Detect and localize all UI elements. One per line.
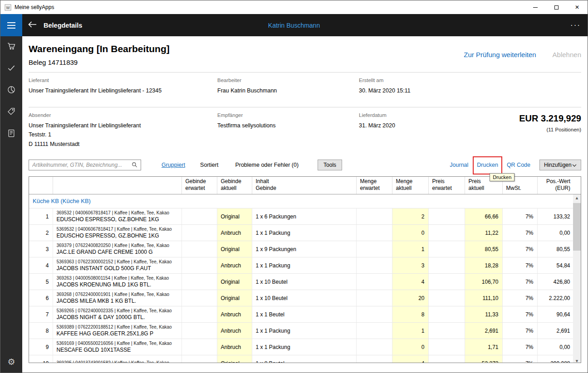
sidebar-item-pricing[interactable] (0, 102, 22, 123)
column-header-nr[interactable] (29, 177, 53, 194)
search-box (29, 160, 141, 170)
minimize-button[interactable] (525, 0, 546, 14)
cell-gebinde_aktuell[interactable]: Original (217, 355, 252, 363)
cell-gebinde_aktuell[interactable]: Anbruch (217, 339, 252, 355)
cell-preis_aktuell[interactable]: 111,10 (465, 290, 502, 306)
table-row[interactable]: 6369268 | 07622400001901 | Kaffee | Kaff… (29, 290, 574, 306)
probleme-filter[interactable]: Probleme oder Fehler (0) (235, 162, 299, 168)
sidebar-item-catalog[interactable] (0, 123, 22, 145)
back-button[interactable] (28, 21, 37, 29)
cell-menge_aktuell[interactable]: 4 (392, 274, 428, 290)
cell-gebinde_aktuell[interactable]: Original (217, 208, 252, 225)
cell-preis_aktuell[interactable]: 66,66 (465, 208, 502, 225)
cell-menge_erwartet (356, 290, 392, 306)
column-header-menge_erwartet[interactable]: Mengeerwartet (356, 177, 392, 194)
cell-gebinde_aktuell[interactable]: Anbruch (217, 323, 252, 339)
column-header-desc[interactable] (53, 177, 181, 194)
table-row[interactable]: 85369389 | 07622200188512 | Kaffee | Kaf… (29, 323, 574, 339)
cell-gebinde_aktuell[interactable]: Original (217, 241, 252, 257)
nav-menu-button[interactable] (0, 14, 22, 36)
cell-menge_aktuell[interactable]: 20 (392, 290, 428, 306)
table-row[interactable]: 10369295 | 04013743001582 | Kaffee | Kaf… (29, 355, 574, 363)
cell-gebinde_aktuell[interactable]: Original (217, 290, 252, 306)
cell-nr: 6 (29, 290, 53, 306)
table-row[interactable]: 95369169 | 04005500216056 | Kaffee | Kaf… (29, 339, 574, 355)
cell-menge_aktuell[interactable]: 1 (392, 323, 428, 339)
cell-wert: 426,80 (537, 274, 574, 290)
cell-menge_aktuell[interactable]: 2 (392, 208, 428, 225)
cell-menge_aktuell[interactable]: 4 (392, 355, 428, 363)
cell-menge_aktuell[interactable]: 0 (392, 339, 428, 355)
cell-mwst: 7% (502, 257, 537, 274)
absender-label: Absender (29, 112, 217, 118)
sortiert-toggle[interactable]: Sortiert (200, 162, 218, 168)
column-header-wert[interactable]: Pos.-Wert(EUR) (537, 177, 574, 194)
empfaenger-value: Testfirma sellysolutions (217, 121, 359, 131)
close-button[interactable]: ✕ (567, 0, 588, 14)
qr-code-link[interactable]: QR Code (507, 162, 530, 168)
cell-preis_aktuell[interactable]: 1,71 (465, 339, 502, 355)
column-header-gebinde_aktuell[interactable]: Gebindeaktuell (217, 177, 252, 194)
scroll-thumb[interactable] (573, 203, 581, 251)
search-icon[interactable] (132, 162, 137, 168)
cell-gebinde_aktuell[interactable]: Anbruch (217, 257, 252, 274)
cell-desc: 369268 | 07622400001901 | Kaffee | Kaffe… (53, 290, 181, 306)
maximize-button[interactable] (546, 0, 567, 14)
table-row[interactable]: 75369265 | 07622400002335 | Kaffee | Kaf… (29, 306, 574, 323)
gruppiert-toggle[interactable]: Gruppiert (162, 162, 185, 168)
forward-review-link[interactable]: Zur Prüfung weiterleiten (464, 51, 536, 58)
search-input[interactable] (32, 162, 130, 168)
cell-preis_aktuell[interactable]: 2,691 (465, 323, 502, 339)
tools-button[interactable]: Tools (318, 160, 342, 170)
vertical-scrollbar[interactable]: ▲ ▼ (573, 194, 581, 363)
catalog-icon (7, 129, 16, 140)
group-header[interactable]: Küche KB (Küche KB) (29, 194, 574, 208)
cell-desc: 369532 | 04006067818417 | Kaffee | Kaffe… (53, 208, 181, 225)
user-name[interactable]: Katrin Buschmann (268, 22, 320, 29)
drucken-tooltip: Drucken (490, 173, 514, 181)
cell-mwst: 7% (502, 323, 537, 339)
cell-preis_aktuell[interactable]: 18,28 (465, 257, 502, 274)
cell-menge_aktuell[interactable]: 1 (392, 241, 428, 257)
cell-mwst: 7% (502, 355, 537, 363)
scroll-up-arrow[interactable]: ▲ (573, 194, 581, 202)
hinzufuegen-label: Hinzufügen (544, 162, 572, 168)
table-row[interactable]: 1369532 | 04006067818417 | Kaffee | Kaff… (29, 208, 574, 225)
column-header-gebinde_erwartet[interactable]: Gebindeerwartet (181, 177, 217, 194)
sidebar-item-orders[interactable] (0, 36, 22, 58)
sidebar-item-tasks[interactable] (0, 58, 22, 80)
cell-preis_aktuell[interactable]: 80,55 (465, 241, 502, 257)
cell-menge_erwartet (356, 306, 392, 323)
cell-preis_aktuell[interactable]: 106,70 (465, 274, 502, 290)
sidebar-item-statistics[interactable] (0, 80, 22, 102)
column-header-preis_erwartet[interactable]: Preiserwartet (428, 177, 465, 194)
hinzufuegen-button[interactable]: Hinzufügen (539, 160, 581, 170)
table-row[interactable]: 3369379 | 07622400820250 | Kaffee | Kaff… (29, 241, 574, 257)
cell-menge_erwartet (356, 257, 392, 274)
cell-preis_aktuell[interactable]: 11,33 (465, 306, 502, 323)
more-button[interactable]: ··· (564, 21, 588, 29)
lieferdatum-value: 31. März 2020 (359, 121, 519, 131)
table-row[interactable]: 25369532 | 04006067818417 | Kaffee | Kaf… (29, 225, 574, 241)
table-row[interactable]: 5369263 | 04000508001154 | Kaffee | Kaff… (29, 274, 574, 290)
cell-menge_aktuell[interactable]: 3 (392, 257, 428, 274)
cell-preis_aktuell[interactable]: 11,22 (465, 225, 502, 241)
cell-gebinde_aktuell[interactable]: Anbruch (217, 306, 252, 323)
cell-menge_aktuell[interactable]: 8 (392, 306, 428, 323)
scroll-down-arrow[interactable]: ▼ (573, 358, 581, 363)
cell-menge_aktuell[interactable]: 0 (392, 225, 428, 241)
cell-gebinde_aktuell[interactable]: Anbruch (217, 225, 252, 241)
column-header-menge_aktuell[interactable]: Mengeaktuell (392, 177, 428, 194)
reject-link[interactable]: Ablehnen (553, 51, 581, 58)
journal-link[interactable]: Journal (450, 162, 468, 168)
cell-gebinde_aktuell[interactable]: Original (217, 274, 252, 290)
table-row[interactable]: 45369363 | 07622300002152 | Kaffee | Kaf… (29, 257, 574, 274)
column-header-inhalt[interactable]: InhaltGebinde (252, 177, 356, 194)
chevron-down-icon (572, 162, 577, 168)
cell-preis_aktuell[interactable]: 52,272 (465, 355, 502, 363)
cell-nr: 3 (29, 241, 53, 257)
drucken-link[interactable]: Drucken (477, 162, 498, 168)
cell-wert: 80,55 (537, 241, 574, 257)
sidebar-item-settings[interactable]: ⚙ (0, 351, 22, 373)
cell-desc: 369379 | 07622400820250 | Kaffee | Kaffe… (53, 241, 181, 257)
